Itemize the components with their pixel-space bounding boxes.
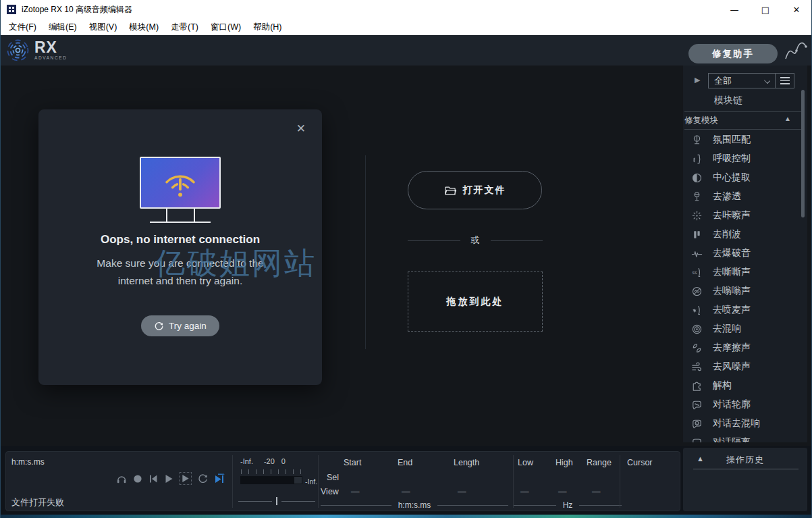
menu-view[interactable]: 视图(V)	[83, 19, 124, 35]
title-bar: iZotope RX 10 高级音频编辑器 — □ ✕	[0, 0, 812, 19]
chevron-down-icon	[764, 78, 770, 84]
monitor-illustration	[140, 157, 221, 209]
app-header: RX ADVANCED 修复助手	[0, 35, 812, 66]
de-crackle-icon	[691, 247, 703, 260]
meter-scale: -Inf. -20 0	[240, 457, 286, 465]
meter-peak-block	[294, 477, 302, 484]
play-selection-button[interactable]	[179, 472, 192, 485]
de-bleed-icon	[691, 190, 703, 203]
module-item-de-crackle[interactable]: 去爆破音	[683, 244, 807, 263]
menu-file[interactable]: 文件(F)	[3, 19, 43, 35]
col-length: Length	[454, 458, 479, 467]
sidebar-divider	[684, 111, 803, 112]
range-value: —	[592, 487, 601, 496]
module-item-de-hum[interactable]: 去嗡嗡声	[683, 282, 807, 301]
module-item-ambience-match[interactable]: 氛围匹配	[683, 130, 807, 149]
panel-divider	[232, 455, 233, 508]
monitor-leg	[194, 209, 195, 222]
module-item-de-rustle[interactable]: 去摩擦声	[683, 338, 807, 357]
spline-wave-icon[interactable]	[783, 40, 809, 63]
or-divider: 或	[408, 234, 543, 247]
monitor-leg	[166, 209, 167, 222]
wifi-warning-icon	[159, 167, 202, 199]
desktop-edge-strip	[0, 515, 812, 518]
meter-readout: -Inf.	[305, 477, 317, 486]
play-to-end-button[interactable]	[214, 473, 225, 484]
or-label: 或	[471, 234, 480, 247]
row-view: View	[321, 487, 339, 496]
module-item-breath-control[interactable]: 呼吸控制	[683, 149, 807, 168]
maximize-button[interactable]: □	[750, 0, 781, 19]
cursor-label: Cursor	[627, 458, 653, 467]
module-item-de-reverb[interactable]: 去混响	[683, 319, 807, 338]
try-again-button[interactable]: Try again	[141, 315, 219, 336]
module-item-dialogue-isolate[interactable]: 对话隔离	[683, 433, 807, 442]
refresh-icon	[154, 321, 164, 331]
de-ess-icon: ss	[691, 266, 703, 279]
skip-back-button[interactable]	[148, 474, 159, 484]
col-start: Start	[344, 458, 361, 467]
module-item-de-clip[interactable]: 去削波	[683, 225, 807, 244]
freq-unit-row: Hz	[514, 500, 622, 510]
collapse-triangle-icon[interactable]: ▲	[784, 115, 791, 122]
loop-button[interactable]	[197, 473, 209, 484]
module-item-de-ess[interactable]: ss 去嘶嘶声	[683, 263, 807, 282]
module-item-de-wind[interactable]: 去风噪声	[683, 357, 807, 376]
folder-icon	[444, 185, 456, 196]
close-button[interactable]: ✕	[781, 0, 812, 19]
svg-text:ss: ss	[692, 270, 697, 276]
no-internet-dialog: ✕ Oops, no internet connection Make sure…	[38, 109, 322, 385]
repair-assistant-button[interactable]: 修复助手	[688, 44, 778, 63]
module-filter-dropdown[interactable]: 全部	[709, 74, 776, 88]
freq-unit-label[interactable]: Hz	[563, 500, 573, 510]
high-value: —	[558, 487, 567, 496]
time-unit-label[interactable]: h:m:s.ms	[398, 500, 431, 510]
play-button[interactable]	[164, 474, 173, 484]
open-file-button[interactable]: 打开文件	[408, 171, 542, 209]
sidebar-scrollbar[interactable]	[801, 90, 805, 217]
module-chain-tab[interactable]: 模块链	[714, 95, 742, 107]
menu-bar: 文件(F) 编辑(E) 视图(V) 模块(M) 走带(T) 窗口(W) 帮助(H…	[0, 19, 812, 35]
pan-slider[interactable]	[238, 497, 315, 505]
status-panel: h:m:s.ms 文件打开失败 -Inf. -20 0	[5, 451, 680, 511]
dialogue-contour-icon	[691, 398, 703, 411]
panel-divider	[620, 455, 620, 508]
repair-modules-section-header[interactable]: 修复模块	[684, 115, 718, 126]
record-button[interactable]	[133, 474, 142, 484]
col-high: High	[556, 458, 573, 467]
menu-help[interactable]: 帮助(H)	[247, 19, 288, 35]
col-range: Range	[587, 458, 612, 467]
history-divider	[693, 469, 799, 469]
module-item-de-plosive[interactable]: 去喷麦声	[683, 301, 807, 319]
module-item-deconstruct[interactable]: 解构	[683, 376, 807, 395]
menu-window[interactable]: 窗口(W)	[205, 19, 247, 35]
sidebar-expand-icon[interactable]: ▶	[695, 76, 700, 84]
monitor-headphones-button[interactable]	[115, 473, 128, 485]
drop-zone[interactable]: 拖放到此处	[408, 271, 543, 332]
module-item-dialogue-contour[interactable]: 对话轮廓	[683, 395, 807, 414]
module-item-center-extract[interactable]: 中心提取	[683, 168, 807, 187]
meter-ticks	[241, 469, 301, 474]
menu-edit[interactable]: 编辑(E)	[43, 19, 83, 35]
menu-module[interactable]: 模块(M)	[123, 19, 165, 35]
menu-transport[interactable]: 走带(T)	[165, 19, 205, 35]
level-meter	[240, 476, 302, 484]
panel-divider	[318, 455, 319, 508]
breath-control-icon	[691, 153, 703, 165]
row-sel: Sel	[327, 473, 339, 482]
status-message: 文件打开失败	[11, 496, 64, 509]
de-wind-icon	[691, 361, 703, 373]
module-item-de-click[interactable]: 去咔嚓声	[683, 206, 807, 225]
pan-slider-handle[interactable]	[276, 497, 277, 505]
module-item-dialogue-de-reverb[interactable]: 对话去混响	[683, 414, 807, 433]
dialog-close-icon[interactable]: ✕	[296, 122, 306, 136]
view-length-value: —	[458, 487, 466, 496]
de-rustle-icon	[691, 342, 703, 355]
low-value: —	[520, 487, 529, 496]
module-list-menu-button[interactable]	[776, 74, 794, 88]
view-start-value: —	[351, 487, 360, 496]
app-icon	[7, 5, 16, 14]
minimize-button[interactable]: —	[719, 0, 750, 19]
module-item-de-bleed[interactable]: 去渗透	[683, 187, 807, 206]
history-title: 操作历史	[683, 454, 807, 466]
